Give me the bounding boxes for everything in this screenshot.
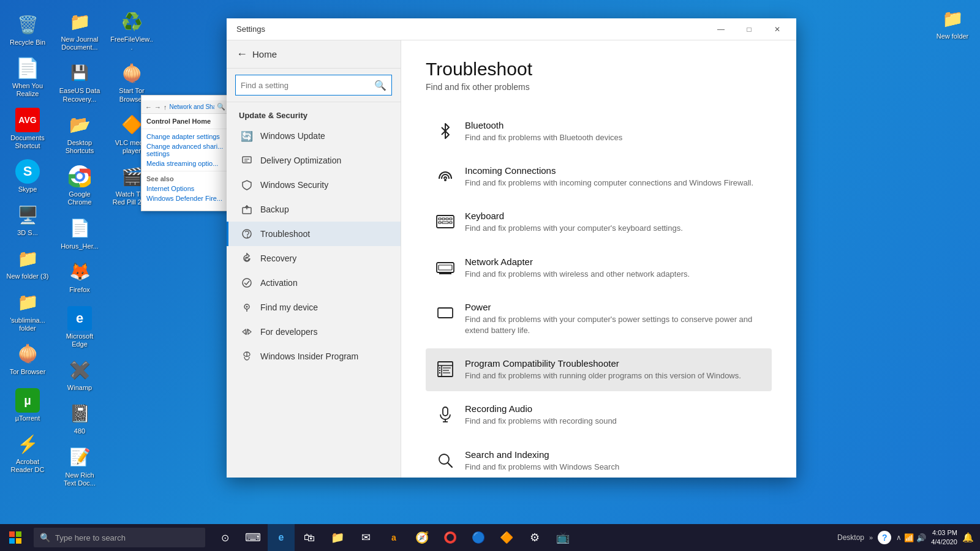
desktop-icon-new-folder-top[interactable]: 📁 New folder <box>928 3 977 43</box>
nav-item-windows-insider[interactable]: Windows Insider Program <box>227 344 401 369</box>
taskbar-icon-explorer[interactable]: 📁 <box>324 524 351 551</box>
windows-defender-link[interactable]: Windows Defender Fire... <box>146 195 224 202</box>
nav-item-recovery[interactable]: Recovery <box>227 246 401 271</box>
taskbar-search-icon: 🔍 <box>40 533 50 542</box>
desktop-icon-mult[interactable]: ✖️ Winamp <box>55 354 104 395</box>
nav-item-backup[interactable]: Backup <box>227 197 401 222</box>
horus-icon: 📄 <box>67 216 92 241</box>
panel-search-icon[interactable]: 🔍 <box>217 103 225 111</box>
internet-options-link[interactable]: Internet Options <box>146 185 224 192</box>
taskbar-icon-opera[interactable]: ⭕ <box>437 524 464 551</box>
taskbar-icon-edge[interactable]: e <box>268 524 295 551</box>
mult-label: Winamp <box>67 384 92 392</box>
desktop-icon-freefileview[interactable]: 📂 Desktop Shortcuts <box>55 110 104 158</box>
troubleshoot-item-bluetooth[interactable]: Bluetooth Find and fix problems with Blu… <box>426 110 772 153</box>
system-clock[interactable]: 4:03 PM 4/4/2020 <box>931 528 957 547</box>
desktop-icon-winamp[interactable]: ⚡ Acrobat Reader DC <box>3 429 52 477</box>
desktop-icon-documents-shortcut[interactable]: 📁 New Journal Document... <box>55 6 104 54</box>
taskbar-icon-store[interactable]: 🛍 <box>296 524 323 551</box>
desktop-icon-new-journal[interactable]: 📓 480 <box>55 398 104 438</box>
desktop-icon-easeus[interactable]: 💾 EaseUS Data Recovery... <box>55 58 104 106</box>
clock-date: 4/4/2020 <box>931 538 957 547</box>
desktop-icon-firefox[interactable]: 🦊 Firefox <box>55 257 104 297</box>
activation-icon <box>241 277 253 289</box>
nav-item-troubleshoot[interactable]: Troubleshoot <box>227 222 401 246</box>
troubleshoot-item-network[interactable]: Network Adapter Find and fix problems wi… <box>426 247 772 290</box>
svg-rect-17 <box>442 218 445 220</box>
troubleshoot-item-compatibility[interactable]: Program Compatibility Troubleshooter Fin… <box>426 348 772 391</box>
nav-label-windows-update: Windows Update <box>260 131 325 141</box>
nav-item-delivery-optimization[interactable]: Delivery Optimization <box>227 148 401 173</box>
taskbar-search[interactable]: 🔍 Type here to search <box>34 528 205 547</box>
svg-point-12 <box>246 306 248 308</box>
show-more-icon[interactable]: » <box>869 534 873 541</box>
svg-rect-29 <box>438 362 453 377</box>
desktop-icon-horus[interactable]: 📄 Horus_Her... <box>55 213 104 253</box>
nav-item-windows-security[interactable]: Windows Security <box>227 173 401 197</box>
taskbar-icon-media[interactable]: 🔵 <box>465 524 492 551</box>
change-advanced-link[interactable]: Change advanced shari... settings <box>146 143 224 157</box>
desktop-icon-tor-browser[interactable]: 🧅 Tor Browser <box>3 339 52 379</box>
nav-forward-btn[interactable]: → <box>154 103 161 111</box>
desktop-icon-acrobat[interactable]: 📄 When You Realize <box>3 53 52 101</box>
windows-insider-icon <box>241 350 253 362</box>
troubleshoot-item-keyboard[interactable]: Keyboard Find and fix problems with your… <box>426 201 772 244</box>
help-icon[interactable]: ? <box>878 531 891 544</box>
settings-search-input[interactable] <box>241 81 374 90</box>
desktop-icon-desktop-shortcuts[interactable]: 🖥️ 3D S... <box>3 200 52 240</box>
desktop-icon-new-folder-3[interactable]: 📁 New folder (3) <box>3 243 52 283</box>
nav-item-windows-update[interactable]: 🔄 Windows Update <box>227 124 401 148</box>
maximize-button[interactable]: □ <box>735 20 763 39</box>
taskbar-icon-tripadvisor[interactable]: 🧭 <box>409 524 435 551</box>
taskbar-icon-mail[interactable]: ✉ <box>352 524 379 551</box>
chrome-label: Google Chrome <box>58 190 101 206</box>
taskbar-icon-keyboard[interactable]: ⌨ <box>239 524 266 551</box>
nav-up-btn[interactable]: ↑ <box>164 103 167 111</box>
desktop-icon-new-rich-text[interactable]: 📝 New Rich Text Doc... <box>55 442 104 490</box>
taskbar-icon-amazon[interactable]: a <box>380 524 407 551</box>
troubleshoot-item-power[interactable]: Power Find and fix problems with your co… <box>426 292 772 346</box>
taskbar-icon-tv[interactable]: 📺 <box>549 524 576 551</box>
svg-rect-22 <box>450 222 452 223</box>
desktop-icon-skype[interactable]: S Skype <box>3 156 52 197</box>
tray-arrow-icon[interactable]: ∧ <box>896 533 902 542</box>
svg-rect-34 <box>439 372 440 373</box>
task-view-button[interactable]: ⊙ <box>211 524 238 551</box>
tray-speaker-icon[interactable]: 🔊 <box>916 533 926 542</box>
back-button[interactable]: ← <box>236 48 247 61</box>
desktop-icon-google-chrome[interactable]: Google Chrome <box>55 161 104 209</box>
media-streaming-link[interactable]: Media streaming optio... <box>146 160 224 167</box>
troubleshoot-item-recording[interactable]: Recording Audio Find and fix problems wi… <box>426 394 772 437</box>
desktop-icon-recycle-bin[interactable]: 🗑️ Recycle Bin <box>3 9 52 50</box>
troubleshoot-text-keyboard: Keyboard Find and fix problems with your… <box>465 211 683 234</box>
recuva-label: FreeFileView... <box>110 36 153 51</box>
change-adapter-link[interactable]: Change adapter settings <box>146 133 224 140</box>
new-rich-text-label: New Rich Text Doc... <box>58 471 101 487</box>
troubleshoot-item-search[interactable]: Search and Indexing Find and fix problem… <box>426 440 772 478</box>
notification-icon[interactable]: 🔔 <box>962 532 974 543</box>
taskbar-icon-vlc-taskbar[interactable]: 🔶 <box>493 524 520 551</box>
svg-rect-16 <box>439 218 441 220</box>
troubleshoot-text-network: Network Adapter Find and fix problems wi… <box>465 257 690 280</box>
easeus-icon: 💾 <box>67 61 92 85</box>
minimize-button[interactable]: — <box>707 20 735 39</box>
start-button[interactable] <box>0 524 31 551</box>
nav-item-activation[interactable]: Activation <box>227 271 401 295</box>
svg-rect-23 <box>437 263 454 272</box>
control-panel-home-link[interactable]: Control Panel Home <box>146 118 211 125</box>
desktop-icon-utorrent[interactable]: µ µTorrent <box>3 385 52 425</box>
tray-network-icon[interactable]: 📶 <box>904 533 914 542</box>
desktop-icon-avg[interactable]: AVG Documents Shortcut <box>3 105 52 153</box>
nav-back-btn[interactable]: ← <box>145 103 152 111</box>
desktop-icon-sublimina[interactable]: 📁 'sublimina... folder <box>3 287 52 335</box>
nav-item-find-my-device[interactable]: Find my device <box>227 295 401 320</box>
desktop-icon-ms-edge[interactable]: e Microsoft Edge <box>55 303 104 351</box>
mult-icon: ✖️ <box>67 358 92 382</box>
taskbar-icon-settings[interactable]: ⚙ <box>521 524 548 551</box>
close-button[interactable]: ✕ <box>763 20 791 39</box>
desktop-icon-recuva[interactable]: ♻️ FreeFileView... <box>107 6 156 54</box>
nav-item-for-developers[interactable]: For developers <box>227 320 401 344</box>
home-link[interactable]: Home <box>252 49 277 59</box>
firefox-label: Firefox <box>69 286 90 294</box>
troubleshoot-item-incoming[interactable]: Incoming Connections Find and fix proble… <box>426 156 772 198</box>
